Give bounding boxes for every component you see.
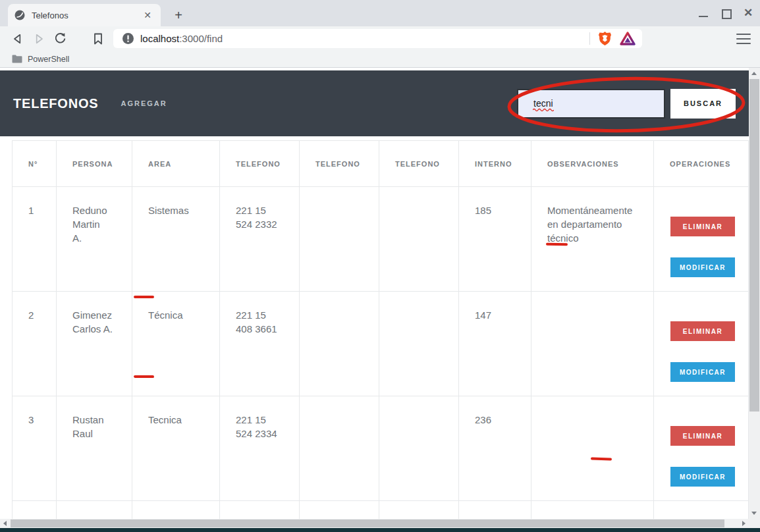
- cell-telefono-2: [300, 292, 379, 396]
- new-tab-button[interactable]: +: [170, 7, 187, 24]
- cell-telefono-2: [300, 396, 379, 501]
- header-telefono-1: TELEFONO: [220, 141, 300, 187]
- phones-table: N° PERSONA AREA TELEFONO TELEFONO TELEFO…: [12, 140, 749, 519]
- cell-telefono-3: [379, 501, 459, 519]
- folder-icon: [12, 55, 22, 63]
- bookmark-folder-powershell[interactable]: PowerShell: [12, 55, 69, 64]
- header-interno: INTERNO: [459, 141, 531, 187]
- modificar-button[interactable]: MODIFICAR: [670, 467, 735, 487]
- window-controls: ✕: [697, 4, 755, 22]
- site-info-icon[interactable]: [122, 33, 134, 44]
- url-host: localhost: [140, 33, 179, 44]
- scroll-down-icon[interactable]: [751, 512, 757, 515]
- hamburger-icon[interactable]: [736, 34, 751, 44]
- app-navbar: TELEFONOS AGREGAR BUSCAR: [0, 70, 749, 136]
- back-button[interactable]: [8, 29, 28, 49]
- modificar-button[interactable]: MODIFICAR: [670, 362, 735, 382]
- header-observaciones: OBSERVACIONES: [531, 141, 654, 187]
- cell-area: Electricidad: [132, 501, 220, 519]
- header-operaciones: OPERACIONES: [654, 141, 749, 187]
- cell-interno: 236: [459, 396, 531, 501]
- vertical-scroll-thumb[interactable]: [749, 79, 759, 412]
- table-row: 4 Benito Raúl Electricidad 221 15 524 23…: [13, 501, 749, 519]
- spellcheck-squiggle-icon: [533, 108, 554, 111]
- cell-interno: 147: [459, 292, 531, 396]
- cell-telefono-3: [379, 292, 459, 396]
- forward-button[interactable]: [29, 29, 49, 49]
- header-area: AREA: [132, 141, 220, 187]
- modificar-button[interactable]: MODIFICAR: [670, 257, 735, 277]
- eliminar-button[interactable]: ELIMINAR: [670, 217, 735, 236]
- cell-operaciones: ELIMINAR MODIFICAR: [654, 396, 749, 501]
- address-bar-divider: [589, 32, 590, 45]
- cell-telefono-3: [379, 187, 459, 292]
- minimize-icon[interactable]: [697, 7, 710, 20]
- maximize-icon[interactable]: [719, 7, 732, 20]
- url-text: localhost:3000/find: [140, 33, 223, 44]
- cell-telefono-1: 221 15 524 2334: [220, 396, 300, 501]
- header-persona: PERSONA: [57, 141, 132, 187]
- table-row: 3 Rustan Raul Tecnica 221 15 524 2334 23…: [13, 396, 749, 501]
- cell-n: 4: [13, 501, 57, 519]
- search-area: BUSCAR: [517, 89, 736, 119]
- scroll-up-icon[interactable]: [751, 72, 757, 75]
- cell-area: Técnica: [132, 292, 220, 396]
- horizontal-scroll-thumb[interactable]: [11, 519, 724, 527]
- tab-close-icon[interactable]: ✕: [141, 9, 154, 21]
- address-bar-extensions: [589, 31, 636, 46]
- cell-telefono-2: [300, 501, 379, 519]
- cell-observaciones: [531, 292, 654, 396]
- page-viewport: TELEFONOS AGREGAR BUSCAR N°: [0, 68, 749, 519]
- cell-persona: Benito Raúl: [57, 501, 132, 519]
- header-n: N°: [13, 141, 57, 187]
- bat-triangle-icon[interactable]: [620, 32, 636, 45]
- cell-operaciones: ELIMINAR MODIFICAR: [654, 292, 749, 396]
- cell-n: 2: [13, 292, 57, 396]
- cell-persona: Gimenez Carlos A.: [57, 292, 132, 396]
- eliminar-button[interactable]: ELIMINAR: [670, 321, 735, 341]
- header-telefono-2: TELEFONO: [300, 141, 379, 187]
- forward-arrow-icon: [32, 32, 45, 45]
- cell-n: 3: [13, 396, 57, 501]
- browser-tab[interactable]: Telefonos ✕: [8, 4, 161, 26]
- cell-telefono-2: [300, 187, 379, 292]
- browser-window: Telefonos ✕ + ✕: [0, 0, 760, 532]
- cell-interno: 185: [459, 187, 531, 292]
- tab-title: Telefonos: [32, 11, 141, 20]
- table-row: 1 Reduno Martin A. Sistemas 221 15 524 2…: [13, 187, 749, 292]
- scrollbar-corner: [749, 519, 760, 528]
- vertical-scrollbar[interactable]: [749, 68, 760, 519]
- bookmark-label: PowerShell: [28, 55, 69, 64]
- table-header-row: N° PERSONA AREA TELEFONO TELEFONO TELEFO…: [13, 141, 749, 187]
- cell-observaciones: [531, 396, 654, 501]
- cell-operaciones: ELIMINAR MODIFICAR: [654, 501, 749, 519]
- bookmark-this-button[interactable]: [88, 29, 108, 49]
- header-telefono-3: TELEFONO: [379, 141, 459, 187]
- browser-toolbar: localhost:3000/find: [0, 26, 760, 51]
- cell-operaciones: ELIMINAR MODIFICAR: [654, 187, 749, 292]
- globe-favicon-icon: [14, 10, 25, 20]
- buscar-button[interactable]: BUSCAR: [670, 89, 736, 119]
- horizontal-scrollbar[interactable]: [0, 519, 749, 528]
- address-bar[interactable]: localhost:3000/find: [113, 29, 642, 48]
- close-window-icon[interactable]: ✕: [742, 7, 755, 20]
- page-title: TELEFONOS: [13, 96, 98, 111]
- cell-persona: Rustan Raul: [57, 396, 132, 501]
- eliminar-button[interactable]: ELIMINAR: [670, 426, 735, 446]
- search-input[interactable]: [517, 89, 665, 119]
- cell-telefono-3: [379, 396, 459, 501]
- scroll-right-icon[interactable]: [742, 521, 746, 526]
- reload-button[interactable]: [50, 29, 70, 49]
- table-row: 2 Gimenez Carlos A. Técnica 221 15 408 3…: [13, 292, 749, 396]
- cell-telefono-1: 221 15 524 2332: [220, 187, 300, 292]
- nav-link-agregar[interactable]: AGREGAR: [121, 99, 167, 107]
- window-bottom-edge: [0, 528, 760, 532]
- cell-area: Tecnica: [132, 396, 220, 501]
- cell-n: 1: [13, 187, 57, 292]
- back-arrow-icon: [11, 32, 24, 45]
- scroll-left-icon[interactable]: [3, 521, 7, 526]
- brave-shield-icon[interactable]: [598, 31, 612, 46]
- cell-persona: Reduno Martin A.: [57, 187, 132, 292]
- cell-telefono-1: 221 15 408 3661: [220, 292, 300, 396]
- cell-telefono-1: 221 15 524 2336: [220, 501, 300, 519]
